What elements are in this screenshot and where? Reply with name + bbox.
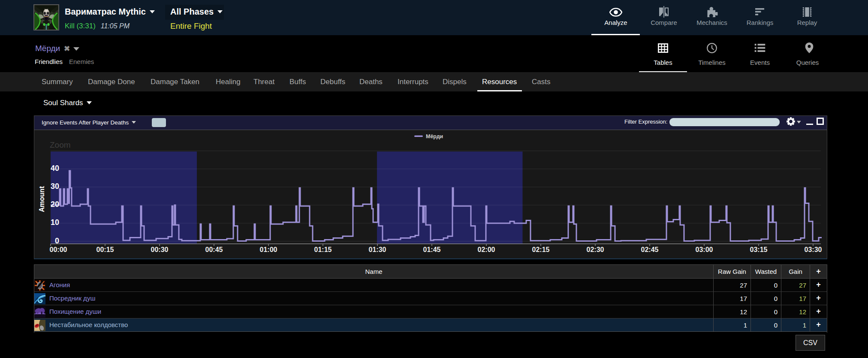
svg-text:Мёрди: Мёрди: [426, 133, 443, 140]
svg-text:01:45: 01:45: [423, 246, 441, 253]
svg-text:03:00: 03:00: [696, 246, 713, 253]
svg-text:40: 40: [51, 164, 59, 173]
svg-text:02:45: 02:45: [641, 246, 659, 253]
svg-text:02:15: 02:15: [532, 246, 550, 253]
svg-text:Zoom: Zoom: [50, 140, 71, 149]
svg-text:10: 10: [51, 218, 59, 227]
svg-text:01:30: 01:30: [369, 246, 386, 253]
svg-text:20: 20: [51, 200, 59, 209]
svg-text:30: 30: [51, 182, 59, 191]
svg-text:02:00: 02:00: [478, 246, 495, 253]
svg-text:02:30: 02:30: [587, 246, 604, 253]
svg-text:03:30: 03:30: [805, 246, 822, 253]
svg-text:01:00: 01:00: [260, 246, 277, 253]
svg-text:00:15: 00:15: [96, 246, 114, 253]
svg-text:Amount: Amount: [38, 186, 45, 212]
svg-text:01:15: 01:15: [314, 246, 332, 253]
svg-text:00:45: 00:45: [205, 246, 223, 253]
svg-text:00:30: 00:30: [151, 246, 169, 253]
svg-text:0: 0: [55, 237, 59, 245]
svg-text:03:15: 03:15: [750, 246, 768, 253]
svg-text:00:00: 00:00: [50, 246, 67, 253]
